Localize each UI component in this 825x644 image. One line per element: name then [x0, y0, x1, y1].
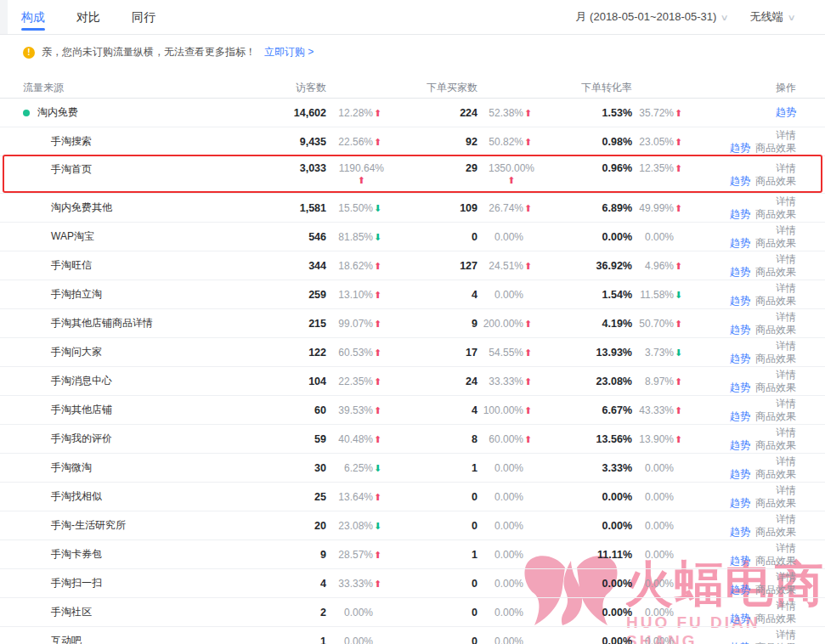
product-effect-link[interactable]: 商品效果: [755, 266, 796, 278]
trend-link[interactable]: 趋势: [730, 324, 750, 336]
trend-link[interactable]: 趋势: [730, 468, 750, 480]
trend-link[interactable]: 趋势: [730, 584, 750, 596]
actions-cell: 详情 趋势商品效果: [685, 398, 825, 423]
buyers-change: 50.82%⬆: [477, 136, 534, 148]
product-effect-link[interactable]: 商品效果: [755, 175, 796, 187]
product-effect-link[interactable]: 商品效果: [755, 237, 796, 249]
product-effect-link[interactable]: 商品效果: [755, 324, 796, 336]
detail-link[interactable]: 详情: [776, 162, 796, 174]
tab-composition[interactable]: 构成: [21, 0, 45, 34]
trend-link[interactable]: 趋势: [730, 381, 750, 393]
tab-peers[interactable]: 同行: [132, 0, 155, 34]
detail-link[interactable]: 详情: [776, 629, 796, 641]
conversion-value: 0.98%: [534, 136, 632, 148]
product-effect-link[interactable]: 商品效果: [755, 497, 796, 509]
visitors-change: 0.00%: [326, 636, 384, 644]
source-name: 手淘其他店铺商品详情: [51, 316, 153, 330]
source-name: 手淘消息中心: [51, 374, 112, 388]
product-effect-link[interactable]: 商品效果: [755, 439, 796, 451]
product-effect-link[interactable]: 商品效果: [755, 584, 796, 596]
trend-up-arrow-icon: ⬆: [524, 347, 534, 359]
trend-up-arrow-icon: ⬆: [675, 405, 685, 416]
detail-link[interactable]: 详情: [776, 340, 796, 352]
conversion-value: 0.00%: [534, 578, 632, 590]
tab-compare[interactable]: 对比: [76, 0, 100, 34]
trend-link[interactable]: 趋势: [730, 497, 750, 509]
buyers-change: 0.00%: [477, 462, 534, 474]
detail-link[interactable]: 详情: [776, 369, 796, 381]
product-effect-link[interactable]: 商品效果: [755, 526, 796, 538]
detail-link[interactable]: 详情: [776, 398, 796, 410]
table-row: 手淘找相似 25 13.64%⬆ 0 0.00% 0.00% 0.00% 详情 …: [0, 483, 825, 511]
trend-link[interactable]: 趋势: [730, 439, 750, 451]
source-name-cell: 手淘扫一扫: [0, 576, 263, 590]
table-row: 手淘消息中心 104 22.35%⬆ 24 33.33%⬆ 23.08% 8.9…: [0, 367, 825, 396]
detail-link[interactable]: 详情: [776, 311, 796, 323]
trend-link[interactable]: 趋势: [730, 526, 750, 538]
notice-text: 亲，您尚未订购流量纵横，无法查看更多指标！: [42, 45, 256, 59]
filter-group: 月 (2018-05-01~2018-05-31) ∨ 无线端 ∨: [575, 9, 825, 25]
product-effect-link[interactable]: 商品效果: [755, 555, 796, 567]
device-dropdown[interactable]: 无线端 ∨: [750, 9, 794, 25]
table-row: 手淘我的评价 59 40.48%⬆ 8 60.00%⬆ 13.56% 13.90…: [0, 425, 825, 454]
product-effect-link[interactable]: 商品效果: [755, 381, 796, 393]
detail-link[interactable]: 详情: [776, 253, 796, 265]
trend-link[interactable]: 趋势: [730, 175, 750, 187]
detail-link[interactable]: 详情: [776, 195, 796, 207]
detail-link[interactable]: 详情: [776, 571, 796, 583]
free-traffic-dot-icon: [23, 110, 30, 116]
source-name-cell: 淘内免费: [0, 105, 263, 120]
date-range-dropdown[interactable]: 月 (2018-05-01~2018-05-31) ∨: [575, 9, 727, 25]
detail-link[interactable]: 详情: [776, 600, 796, 612]
conversion-change: 4.96%⬆: [632, 260, 685, 272]
table-row: 手淘社区 2 0.00% 0 0.00% 0.00% 0.00% 详情 趋势商品…: [0, 598, 825, 627]
visitors-change: 60.53%⬆: [326, 347, 384, 359]
visitors-value: 104: [263, 376, 326, 387]
detail-link[interactable]: 详情: [776, 129, 796, 141]
product-effect-link[interactable]: 商品效果: [755, 613, 796, 624]
trend-up-arrow-icon: ⬆: [675, 376, 685, 387]
buyers-change: 26.74%⬆: [477, 202, 534, 214]
conversion-change: 3.73%⬇: [632, 347, 685, 359]
trend-link[interactable]: 趋势: [730, 641, 750, 644]
trend-up-arrow-icon: ⬆: [675, 261, 685, 272]
product-effect-link[interactable]: 商品效果: [755, 641, 796, 644]
trend-link[interactable]: 趋势: [730, 142, 750, 154]
trend-link[interactable]: 趋势: [730, 266, 750, 278]
detail-link[interactable]: 详情: [776, 513, 796, 525]
traffic-analytics-page: 构成 对比 同行 月 (2018-05-01~2018-05-31) ∨ 无线端…: [0, 0, 825, 644]
detail-link[interactable]: 详情: [776, 427, 796, 438]
product-effect-link[interactable]: 商品效果: [755, 468, 796, 480]
buyers-value: 1: [384, 462, 477, 474]
trend-link[interactable]: 趋势: [730, 208, 750, 220]
trend-link[interactable]: 趋势: [730, 555, 750, 567]
buyers-value: 224: [384, 107, 477, 119]
source-name: 淘内免费: [37, 105, 78, 120]
trend-down-arrow-icon: ⬇: [374, 521, 384, 532]
product-effect-link[interactable]: 商品效果: [755, 353, 796, 364]
trend-link[interactable]: 趋势: [730, 237, 750, 249]
conversion-value: 1.53%: [534, 107, 632, 119]
product-effect-link[interactable]: 商品效果: [755, 142, 796, 154]
visitors-value: 9,435: [263, 136, 326, 148]
trend-link[interactable]: 趋势: [730, 295, 750, 307]
buyers-change: 100.00%⬆: [477, 404, 534, 416]
product-effect-link[interactable]: 商品效果: [755, 295, 796, 307]
product-effect-link[interactable]: 商品效果: [755, 208, 796, 220]
detail-link[interactable]: 详情: [776, 282, 796, 294]
trend-link[interactable]: 趋势: [730, 613, 750, 624]
source-name-cell: 淘内免费其他: [0, 201, 263, 215]
detail-link[interactable]: 详情: [776, 484, 796, 496]
trend-link[interactable]: 趋势: [776, 106, 796, 118]
product-effect-link[interactable]: 商品效果: [755, 410, 796, 422]
trend-link[interactable]: 趋势: [730, 353, 750, 364]
buyers-value: 1: [384, 549, 477, 561]
visitors-value: 546: [263, 231, 326, 243]
conversion-value: 1.54%: [534, 289, 632, 301]
trend-link[interactable]: 趋势: [730, 410, 750, 422]
subscribe-now-link[interactable]: 立即订购 >: [264, 45, 314, 59]
detail-link[interactable]: 详情: [776, 455, 796, 467]
detail-link[interactable]: 详情: [776, 224, 796, 236]
detail-link[interactable]: 详情: [776, 542, 796, 554]
source-name: 手淘首页: [51, 162, 92, 177]
